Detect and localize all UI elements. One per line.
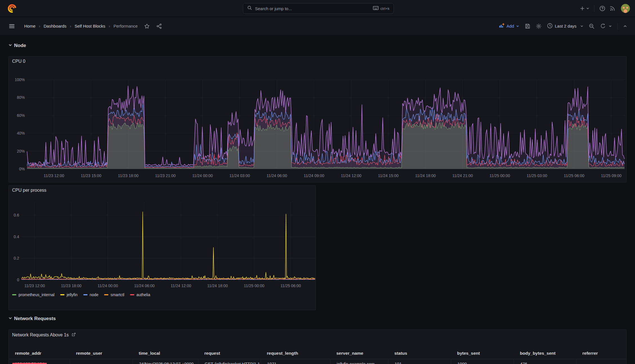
breadcrumb-folder[interactable]: Self Host Blocks — [75, 24, 105, 28]
cpu0-chart[interactable]: 11/23 12:0011/23 15:0011/23 18:0011/23 2… — [9, 57, 626, 182]
search-placeholder: Search or jump to... — [255, 6, 373, 11]
dashboard-settings-button[interactable] — [533, 21, 544, 31]
breadcrumb-separator: › — [109, 24, 110, 28]
x-axis-label: 11/24 12:00 — [341, 173, 361, 178]
column-header[interactable]: remote_addr — [9, 347, 70, 359]
table-cell: 24/Nov/2025:08:12:07 +0000 — [133, 359, 198, 364]
network-requests-panel-title[interactable]: Network Requests Above 1s — [12, 332, 76, 338]
y-axis-label: 0.6 — [14, 213, 19, 217]
x-axis-label: 11/24 21:00 — [452, 173, 473, 178]
refresh-interval-dropdown[interactable] — [609, 21, 614, 31]
y-axis-label: 80% — [17, 95, 25, 100]
y-axis-label: 60% — [17, 113, 25, 118]
cpu-per-process-panel: CPU per process 11/23 12:0011/23 18:0011… — [8, 185, 316, 310]
section-title: Node — [14, 43, 26, 48]
column-header[interactable]: request — [198, 347, 261, 359]
save-dashboard-button[interactable] — [522, 21, 533, 31]
x-axis-label: 11/24 18:00 — [415, 173, 436, 178]
x-axis-label: 11/23 18:00 — [118, 173, 138, 178]
column-header[interactable]: referrer — [576, 347, 627, 359]
legend-color-chip — [83, 294, 88, 295]
legend-color-chip — [60, 294, 64, 295]
column-header[interactable]: status — [388, 347, 451, 359]
section-title: Network Requests — [14, 316, 56, 321]
table-header-row: remote_addr remote_user time_local reque… — [9, 347, 627, 359]
column-header[interactable]: time_local — [133, 347, 198, 359]
x-axis-label: 11/25 06:00 — [564, 173, 584, 178]
breadcrumb-separator: › — [39, 24, 40, 28]
top-nav-actions — [578, 0, 635, 17]
grafana-logo-icon[interactable] — [8, 4, 16, 13]
legend-color-chip — [104, 294, 108, 295]
column-header[interactable]: bytes_sent — [451, 347, 514, 359]
x-axis-label: 11/24 06:00 — [134, 283, 155, 288]
column-header[interactable]: remote_user — [70, 347, 133, 359]
top-nav-bar: Search or jump to... ctrl+k — [0, 0, 635, 17]
table-cell: 476 — [514, 359, 576, 364]
section-row-network[interactable]: Network Requests — [8, 316, 56, 321]
panel-add-icon — [498, 23, 505, 30]
external-link-icon[interactable] — [71, 332, 76, 338]
shortcut-hint: ctrl+k — [373, 6, 390, 11]
breadcrumb-current: Performance — [113, 24, 138, 28]
column-header[interactable]: body_bytes_sent — [514, 347, 576, 359]
legend-item-node[interactable]: node — [83, 292, 99, 297]
x-axis-label: 11/23 12:00 — [24, 283, 45, 288]
y-axis-label: 0 — [17, 278, 19, 282]
series-line-jellyfin — [21, 212, 315, 279]
y-axis-label: 0% — [19, 167, 25, 171]
y-axis-label: 100% — [15, 77, 25, 82]
favorite-star-icon[interactable] — [144, 23, 150, 29]
column-header[interactable]: server_name — [330, 347, 388, 359]
chart-legend: prometheus_internaljellyfinnodesmartctla… — [12, 292, 150, 297]
chevron-down-icon — [8, 43, 12, 48]
legend-item-jellyfin[interactable]: jellyfin — [60, 292, 78, 297]
toolbar-divider — [617, 23, 618, 30]
nav-divider — [594, 5, 594, 12]
cpu-per-process-chart[interactable]: 11/23 12:0011/23 18:0011/24 00:0011/24 0… — [9, 186, 316, 291]
legend-label: prometheus_internal — [19, 292, 55, 297]
refresh-button[interactable] — [597, 21, 609, 31]
cell-highlight-bar — [12, 363, 47, 364]
column-header[interactable]: request_length — [261, 347, 330, 359]
x-axis-label: 11/25 00:00 — [489, 173, 510, 178]
share-icon[interactable] — [156, 23, 162, 29]
legend-label: smartctl — [111, 292, 124, 297]
legend-item-prometheus_internal[interactable]: prometheus_internal — [12, 292, 55, 297]
x-axis-label: 11/24 06:00 — [267, 173, 287, 178]
time-range-label: Last 2 days — [555, 24, 576, 28]
legend-label: jellyfin — [67, 292, 78, 297]
x-axis-label: 11/23 15:00 — [81, 173, 101, 178]
x-axis-label: 11/24 12:00 — [171, 283, 191, 288]
breadcrumb-home[interactable]: Home — [24, 24, 35, 28]
x-axis-label: 11/23 18:00 — [61, 283, 82, 288]
new-button[interactable] — [578, 4, 591, 13]
breadcrumb-dashboards[interactable]: Dashboards — [44, 24, 66, 28]
legend-item-smartctl[interactable]: smartctl — [104, 292, 124, 297]
table-row: 192.168.50.104 24/Nov/2025:08:12:07 +000… — [9, 359, 627, 364]
x-axis-label: 11/24 09:00 — [304, 173, 324, 178]
x-axis-label: 11/25 06:00 — [280, 283, 301, 288]
grafana-app: Search or jump to... ctrl+k — [0, 0, 635, 364]
table-cell: GET /jellyfin/socket HTTP/1.1 — [198, 359, 261, 364]
x-axis-label: 11/25 03:00 — [527, 173, 547, 178]
menu-icon[interactable] — [8, 23, 15, 30]
news-rss-button[interactable] — [607, 4, 618, 13]
search-input[interactable]: Search or jump to... ctrl+k — [243, 3, 394, 14]
x-axis-label: 11/25 09:00 — [601, 173, 621, 178]
add-panel-button[interactable]: Add — [496, 21, 522, 31]
dashboard-toolbar: Home › Dashboards › Self Host Blocks › P… — [0, 17, 635, 35]
help-button[interactable] — [597, 4, 607, 13]
breadcrumb: Home › Dashboards › Self Host Blocks › P… — [24, 17, 162, 35]
y-axis-label: 0.2 — [14, 256, 19, 260]
breadcrumb-separator: › — [70, 24, 71, 28]
zoom-out-button[interactable] — [586, 21, 597, 31]
user-avatar[interactable] — [621, 4, 630, 13]
collapse-toolbar-button[interactable] — [620, 21, 630, 31]
section-row-node[interactable]: Node — [8, 43, 26, 48]
time-range-picker[interactable]: Last 2 days — [544, 21, 586, 31]
legend-label: authelia — [137, 292, 150, 297]
legend-item-authelia[interactable]: authelia — [130, 292, 150, 297]
x-axis-label: 11/24 00:00 — [97, 283, 118, 288]
y-axis-label: 20% — [17, 149, 25, 153]
